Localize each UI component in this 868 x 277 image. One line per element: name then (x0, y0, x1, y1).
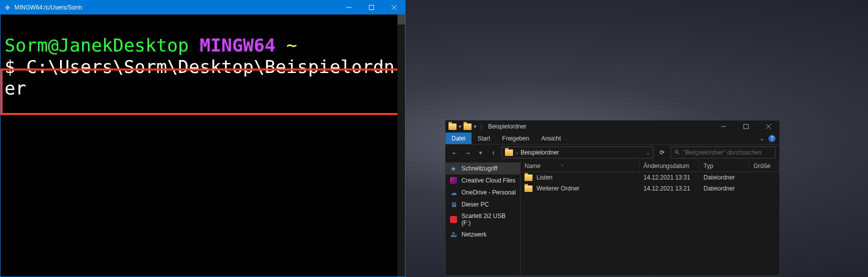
scrollbar-thumb[interactable] (398, 14, 405, 24)
quick-access-toolbar: ▾ ▾ | (448, 123, 484, 130)
file-list: Name⌃ Änderungsdatum Typ Größe Listen 14… (520, 160, 780, 276)
item-date: 14.12.2021 13:31 (640, 173, 700, 182)
folder-icon (524, 186, 532, 192)
prompt-line: Sorm@JanekDesktop MINGW64 ~ (4, 34, 401, 56)
item-size (750, 176, 780, 178)
refresh-button[interactable]: ⟳ (656, 149, 668, 156)
chevron-down-icon[interactable]: ⌄ (646, 150, 650, 156)
prompt-dollar: $ (4, 56, 16, 77)
up-button[interactable]: ↑ (488, 149, 498, 156)
svg-rect-6 (744, 124, 748, 129)
dropdown-icon[interactable]: ▾ (474, 123, 476, 130)
address-bar[interactable]: › Beispielordner ⌄ (502, 146, 654, 158)
breadcrumb[interactable]: Beispielordner (520, 149, 559, 156)
minimize-button[interactable] (712, 120, 734, 132)
close-button[interactable] (757, 120, 780, 132)
terminal-title: MINGW64:/c/Users/Sorm (14, 4, 338, 11)
search-icon: 🔍︎ (674, 149, 680, 156)
sidebar-item-label: Netzwerk (462, 231, 486, 238)
search-input[interactable] (683, 149, 772, 156)
sort-indicator: ⌃ (560, 164, 564, 169)
prompt-path: ~ (286, 35, 298, 56)
command-text: C:\Users\Sorm\Desktop\Beispielordner (4, 56, 394, 98)
drive-icon (450, 216, 458, 224)
column-headers: Name⌃ Änderungsdatum Typ Größe (520, 160, 780, 172)
item-date: 14.12.2021 13:21 (640, 184, 700, 193)
minimize-button[interactable] (338, 0, 360, 14)
col-date[interactable]: Änderungsdatum (640, 160, 700, 172)
maximize-button[interactable] (734, 120, 757, 132)
tab-ansicht[interactable]: Ansicht (535, 132, 566, 144)
sidebar-item-label: Scarlett 2i2 USB (F:) (462, 212, 516, 226)
forward-button[interactable]: → (462, 149, 472, 156)
tab-start[interactable]: Start (472, 132, 496, 144)
item-size (750, 188, 780, 190)
help-icon[interactable]: ? (768, 135, 776, 142)
item-name: Listen (536, 174, 552, 181)
folder-icon (448, 124, 456, 130)
sidebar-item-creative-cloud[interactable]: Creative Cloud Files (446, 174, 520, 186)
item-type: Dateiordner (700, 184, 750, 193)
creative-cloud-icon (450, 176, 458, 184)
star-icon: ★ (450, 164, 458, 172)
explorer-title: Beispielordner (488, 123, 526, 130)
close-button[interactable] (382, 0, 405, 14)
dropdown-icon[interactable]: ▾ (458, 123, 462, 130)
search-bar[interactable]: 🔍︎ (670, 146, 776, 158)
item-type: Dateiordner (700, 173, 750, 182)
explorer-titlebar[interactable]: ▾ ▾ | Beispielordner (446, 120, 780, 132)
sidebar-item-dieser-pc[interactable]: 🖥 Dieser PC (446, 198, 520, 210)
navigation-pane: ★ Schnellzugriff Creative Cloud Files ☁ … (446, 160, 520, 276)
chevron-right-icon: › (516, 150, 518, 156)
explorer-window: ▾ ▾ | Beispielordner Datei Start Freigeb… (445, 120, 780, 276)
tab-freigeben[interactable]: Freigeben (496, 132, 535, 144)
sidebar-item-schnellzugriff[interactable]: ★ Schnellzugriff (446, 162, 520, 174)
col-name[interactable]: Name⌃ (520, 160, 640, 172)
terminal-app-icon (4, 4, 11, 11)
sidebar-item-label: Dieser PC (462, 201, 489, 208)
tab-datei[interactable]: Datei (446, 132, 472, 144)
sidebar-item-label: Schnellzugriff (462, 165, 498, 172)
prompt-user: Sorm@JanekDesktop (4, 35, 188, 56)
folder-icon (524, 174, 532, 181)
prompt-env: MINGW64 (200, 35, 276, 56)
svg-marker-0 (4, 4, 10, 10)
terminal-window: MINGW64:/c/Users/Sorm Sorm@JanekDesktop … (0, 0, 406, 277)
network-icon: 🖧 (450, 230, 458, 238)
list-item[interactable]: Weiterer Ordner 14.12.2021 13:21 Dateior… (520, 183, 780, 194)
list-item[interactable]: Listen 14.12.2021 13:31 Dateiordner (520, 172, 780, 183)
col-size[interactable]: Größe (750, 160, 780, 172)
sidebar-item-onedrive[interactable]: ☁ OneDrive - Personal (446, 186, 520, 198)
chevron-down-icon[interactable]: ⌄ (760, 135, 764, 142)
navigation-row: ← → ▾ ↑ › Beispielordner ⌄ ⟳ 🔍︎ (446, 144, 780, 160)
command-line: $ C:\Users\Sorm\Desktop\Beispielordner (4, 56, 401, 99)
monitor-icon: 🖥 (450, 200, 458, 208)
recent-dropdown[interactable]: ▾ (476, 149, 486, 156)
back-button[interactable]: ← (450, 149, 460, 156)
item-name: Weiterer Ordner (536, 185, 580, 192)
terminal-scrollbar[interactable] (398, 14, 405, 276)
sidebar-item-label: Creative Cloud Files (462, 177, 516, 184)
ribbon-tabs: Datei Start Freigeben Ansicht ⌄ ? (446, 132, 780, 144)
terminal-body[interactable]: Sorm@JanekDesktop MINGW64 ~ $ C:\Users\S… (0, 14, 405, 276)
separator: | (480, 123, 482, 130)
window-controls (712, 120, 780, 132)
col-type[interactable]: Typ (700, 160, 750, 172)
cloud-icon: ☁ (450, 188, 458, 196)
svg-rect-2 (369, 6, 374, 10)
folder-icon (464, 124, 472, 130)
sidebar-item-netzwerk[interactable]: 🖧 Netzwerk (446, 228, 520, 240)
sidebar-item-label: OneDrive - Personal (462, 189, 516, 196)
terminal-titlebar[interactable]: MINGW64:/c/Users/Sorm (0, 0, 405, 14)
maximize-button[interactable] (360, 0, 382, 14)
folder-icon (505, 150, 513, 156)
window-controls (338, 0, 405, 14)
sidebar-item-scarlett[interactable]: Scarlett 2i2 USB (F:) (446, 210, 520, 228)
